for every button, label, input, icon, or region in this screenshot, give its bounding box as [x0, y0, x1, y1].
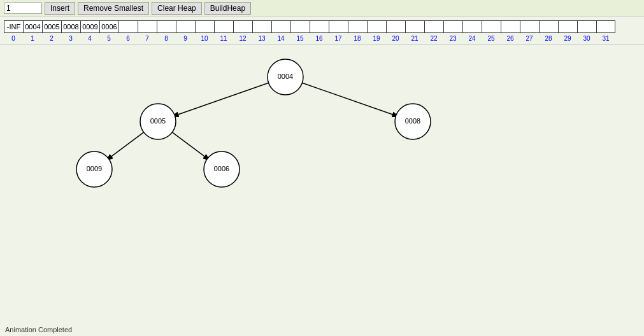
array-cell-17	[329, 20, 348, 33]
node-label-n4: 0009	[87, 165, 102, 172]
remove-smallest-button[interactable]: Remove Smallest	[78, 2, 149, 15]
array-index-5: 5	[99, 33, 118, 43]
array-cell-16	[310, 20, 329, 33]
node-label-n2: 0005	[150, 117, 166, 125]
array-index-21: 21	[405, 33, 424, 43]
array-cell-2: 0005	[42, 20, 61, 33]
array-cell-15	[290, 20, 310, 33]
array-cell-22	[424, 20, 443, 33]
array-index-17: 17	[329, 33, 348, 43]
array-index-27: 27	[520, 33, 539, 43]
array-cell-30	[577, 20, 596, 33]
array-cell-1: 0004	[23, 20, 42, 33]
insert-input[interactable]	[4, 3, 42, 14]
array-index-8: 8	[157, 33, 176, 43]
array-cell-4: 0009	[80, 20, 99, 33]
array-index-30: 30	[577, 33, 596, 43]
node-label-n5: 0006	[214, 165, 229, 172]
array-cell-20	[386, 20, 405, 33]
array-cell-9	[176, 20, 195, 33]
array-index-2: 2	[42, 33, 61, 43]
build-heap-button[interactable]: BuildHeap	[204, 2, 251, 15]
toolbar: Insert Remove Smallest Clear Heap BuildH…	[0, 0, 644, 17]
tree-edge-n2-n4	[108, 132, 143, 158]
status-text: Animation Completed	[5, 326, 72, 333]
array-index-23: 23	[443, 33, 462, 43]
array-index-25: 25	[482, 33, 501, 43]
array-index-9: 9	[176, 33, 195, 43]
tree-svg: 00040005000800090006	[0, 45, 644, 287]
tree-node-n5: 0006	[204, 151, 240, 187]
array-cell-7	[138, 20, 157, 33]
array-index-29: 29	[558, 33, 577, 43]
node-label-n1: 0004	[278, 73, 293, 80]
insert-button[interactable]: Insert	[45, 2, 75, 15]
array-index-16: 16	[310, 33, 329, 43]
array-cell-11	[214, 20, 233, 33]
clear-heap-button[interactable]: Clear Heap	[152, 2, 202, 15]
array-index-31: 31	[596, 33, 615, 43]
array-cell-26	[501, 20, 520, 33]
array-index-7: 7	[138, 33, 157, 43]
tree-edge-n1-n2	[175, 83, 268, 116]
array-cell-5: 0006	[99, 20, 118, 33]
array-cell-13	[252, 20, 271, 33]
tree-section: 00040005000800090006	[0, 45, 644, 287]
array-index-20: 20	[386, 33, 405, 43]
array-cell-14	[271, 20, 290, 33]
array-index-24: 24	[462, 33, 482, 43]
status-bar: Animation Completed	[0, 323, 77, 336]
array-index-10: 10	[195, 33, 214, 43]
array-cell-0: -INF	[4, 20, 23, 33]
array-index-15: 15	[290, 33, 310, 43]
array-container: -INF00040005000800090006 012345678910111…	[4, 20, 644, 43]
array-index-3: 3	[61, 33, 80, 43]
array-cell-28	[539, 20, 558, 33]
node-label-n3: 0008	[405, 117, 420, 125]
array-cell-21	[405, 20, 424, 33]
array-index-11: 11	[214, 33, 233, 43]
tree-edge-n1-n3	[302, 83, 396, 116]
array-index-18: 18	[348, 33, 367, 43]
array-index-12: 12	[233, 33, 252, 43]
tree-node-n4: 0009	[76, 151, 112, 187]
array-cell-10	[195, 20, 214, 33]
tree-node-n1: 0004	[268, 59, 303, 95]
array-index-1: 1	[23, 33, 42, 43]
array-index-14: 14	[271, 33, 290, 43]
tree-node-n3: 0008	[395, 104, 431, 139]
array-index-19: 19	[367, 33, 386, 43]
array-index-4: 4	[80, 33, 99, 43]
array-indices: 0123456789101112131415161718192021222324…	[4, 33, 644, 43]
array-index-6: 6	[118, 33, 138, 43]
array-cell-29	[558, 20, 577, 33]
array-cells: -INF00040005000800090006	[4, 20, 644, 33]
tree-node-n2: 0005	[140, 104, 176, 139]
array-index-22: 22	[424, 33, 443, 43]
array-cell-3: 0008	[61, 20, 80, 33]
array-section: -INF00040005000800090006 012345678910111…	[0, 17, 644, 45]
array-index-28: 28	[539, 33, 558, 43]
array-cell-18	[348, 20, 367, 33]
array-index-0: 0	[4, 33, 23, 43]
array-cell-25	[482, 20, 501, 33]
array-cell-31	[596, 20, 615, 33]
array-cell-19	[367, 20, 386, 33]
array-cell-23	[443, 20, 462, 33]
array-cell-24	[462, 20, 482, 33]
array-cell-27	[520, 20, 539, 33]
array-cell-6	[118, 20, 138, 33]
array-index-13: 13	[252, 33, 271, 43]
tree-edge-n2-n5	[172, 132, 207, 158]
array-cell-8	[157, 20, 176, 33]
array-cell-12	[233, 20, 252, 33]
array-index-26: 26	[501, 33, 520, 43]
